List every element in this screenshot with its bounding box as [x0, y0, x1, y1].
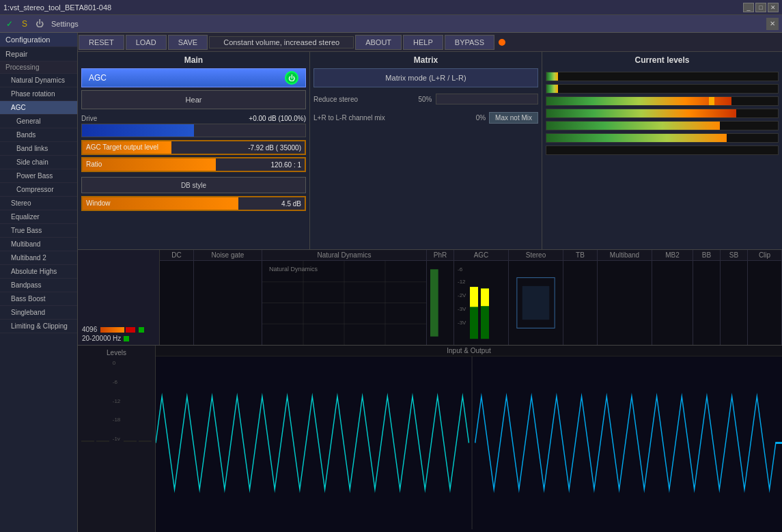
window-row: Window 4.5 dB: [81, 196, 306, 211]
drive-row: Drive +0.00 dB (100.0%): [81, 115, 306, 137]
sidebar-item-multiband[interactable]: Multiband: [0, 238, 77, 251]
level-bar-fill-5: [546, 122, 720, 130]
clip-content: [748, 261, 781, 345]
phr-svg: [427, 261, 453, 345]
agc-viz-content: -6 -12 -2V -3V -3V: [454, 261, 508, 345]
stereo-svg: [509, 261, 563, 345]
level-bar-fill-6: [546, 134, 727, 142]
levels-title: Levels: [81, 349, 152, 356]
db-scale-mid1: -6: [113, 379, 121, 385]
viz-section-sb: SB: [721, 250, 748, 345]
dc-label: DC: [160, 250, 193, 261]
sidebar-item-agc[interactable]: AGC: [0, 101, 77, 115]
level-bar-5: [546, 121, 779, 130]
sidebar-item-general[interactable]: General: [0, 115, 77, 128]
reduce-stereo-slider[interactable]: [436, 94, 539, 104]
mb2-content: [652, 261, 693, 345]
bypass-button[interactable]: BYPASS: [445, 35, 494, 50]
viz-section-clip: Clip: [748, 250, 782, 345]
settings-close-icon[interactable]: ✕: [766, 18, 779, 30]
ratio-fill: [83, 158, 216, 171]
viz-section-phr: PhR: [427, 250, 454, 345]
sidebar-item-limiting[interactable]: Limiting & Clipping: [0, 320, 77, 333]
sidebar-item-natural-dynamics[interactable]: Natural Dynamics: [0, 74, 77, 87]
natural-dynamics-svg: Natural Dynamics: [262, 261, 426, 345]
window-controls[interactable]: _ □ ✕: [743, 3, 779, 12]
load-button[interactable]: LOAD: [126, 35, 167, 50]
about-button[interactable]: ABOUT: [355, 35, 402, 50]
main-panel: Main AGC ⏻ Hear Drive +0.00 dB (100.0%): [78, 52, 310, 249]
drive-value: +0.00 dB (100.0%): [249, 115, 306, 122]
sidebar-item-equalizer[interactable]: Equalizer: [0, 210, 77, 224]
level-bar-fill-3: [546, 97, 731, 105]
power-icon[interactable]: ⏻: [33, 18, 46, 30]
viz-section-multiband: Multiband: [598, 250, 652, 345]
level-bar-fill-1: [546, 72, 558, 81]
sidebar-item-bass-boost[interactable]: Bass Boost: [0, 292, 77, 306]
multiband-label: Multiband: [598, 250, 652, 261]
ratio-row: Ratio 120.60 : 1: [81, 157, 306, 172]
waveform-canvas: [156, 356, 782, 529]
waveform-title: Input & Output: [156, 346, 782, 356]
ratio-label: Ratio: [86, 160, 102, 168]
settings-icons: ✓ S ⏻: [3, 18, 46, 30]
save-button[interactable]: SAVE: [168, 35, 208, 50]
phr-content: [427, 261, 453, 345]
freq-bar-red: [126, 327, 135, 333]
sb-content: [721, 261, 747, 345]
sidebar-item-power-bass[interactable]: Power Bass: [0, 169, 77, 183]
tb-content: [563, 261, 597, 345]
current-levels-title: Current levels: [546, 55, 779, 65]
noise-gate-content: [194, 261, 262, 345]
sidebar-item-multiband2[interactable]: Multiband 2: [0, 251, 77, 265]
waveform-svg: [156, 356, 782, 529]
agc-target-value: -7.92 dB ( 35000): [248, 144, 301, 152]
reset-button[interactable]: RESET: [79, 35, 124, 50]
sidebar-item-true-bass[interactable]: True Bass: [0, 224, 77, 238]
agc-target-slider[interactable]: AGC Target output level -7.92 dB ( 35000…: [81, 140, 306, 155]
sidebar-item-absolute-highs[interactable]: Absolute Highs: [0, 265, 77, 279]
window-slider[interactable]: Window 4.5 dB: [81, 196, 306, 211]
noise-gate-label: Noise gate: [194, 250, 262, 261]
sidebar-item-configuration[interactable]: Configuration: [0, 33, 77, 47]
sidebar-item-stereo[interactable]: Stereo: [0, 197, 77, 210]
mb2-label: MB2: [652, 250, 693, 261]
agc-button[interactable]: AGC ⏻: [81, 68, 306, 87]
agc-target-row: AGC Target output level -7.92 dB ( 35000…: [81, 140, 306, 155]
sidebar-item-band-links[interactable]: Band links: [0, 142, 77, 156]
ratio-slider[interactable]: Ratio 120.60 : 1: [81, 157, 306, 172]
power-button[interactable]: ⏻: [285, 71, 298, 85]
sidebar-item-phase-rotation[interactable]: Phase rotation: [0, 87, 77, 101]
sidebar-item-side-chain[interactable]: Side chain: [0, 156, 77, 169]
sidebar-item-singleband[interactable]: Singleband: [0, 306, 77, 320]
level-meter-3: [124, 440, 137, 442]
drive-slider[interactable]: [81, 124, 306, 137]
right-waveform: [475, 396, 782, 489]
maximize-btn[interactable]: □: [755, 3, 766, 12]
sidebar-item-repair[interactable]: Repair: [0, 47, 77, 61]
svg-text:-2V: -2V: [458, 292, 466, 298]
db-style-button[interactable]: DB style: [81, 177, 306, 193]
matrix-panel-title: Matrix: [313, 55, 538, 65]
matrix-mode-button[interactable]: Matrix mode (L+R / L-R): [313, 68, 538, 87]
level-bar-1: [546, 72, 779, 81]
freq-range: 20-20000 Hz: [82, 335, 121, 342]
stereo-fill: [522, 286, 550, 320]
freq-value: 4096: [82, 326, 97, 333]
sidebar-item-bands[interactable]: Bands: [0, 128, 77, 142]
sidebar-item-bandpass[interactable]: Bandpass: [0, 279, 77, 292]
svg-text:-12: -12: [458, 279, 466, 285]
svg-text:-3V: -3V: [458, 306, 466, 312]
hear-button[interactable]: Hear: [81, 90, 306, 109]
sb-label: SB: [721, 250, 747, 261]
max-not-mix-button[interactable]: Max not Mix: [489, 112, 538, 124]
viz-info: 4096 20-20000 Hz: [78, 250, 160, 345]
help-button[interactable]: HELP: [403, 35, 443, 50]
dollar-icon: S: [18, 18, 31, 30]
stereo-viz-label: Stereo: [509, 250, 563, 261]
minimize-btn[interactable]: _: [743, 3, 754, 12]
drive-label: Drive: [81, 115, 97, 122]
sidebar-item-compressor[interactable]: Compressor: [0, 183, 77, 197]
agc-viz-label: AGC: [454, 250, 508, 261]
close-btn[interactable]: ✕: [768, 3, 779, 12]
